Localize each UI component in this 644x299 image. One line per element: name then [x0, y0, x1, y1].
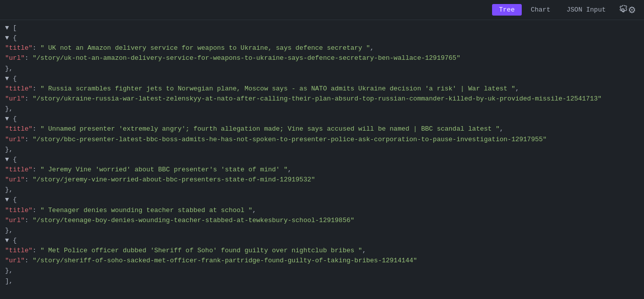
- entry-3-url: "url": "/story/jeremy-vine-worried-about…: [0, 175, 644, 185]
- root-array-toggle[interactable]: ▼ [: [0, 23, 644, 33]
- entry-5-title: "title": " Met Police officer dubbed 'Sh…: [0, 246, 644, 256]
- entry-2-url: "url": "/story/bbc-presenter-latest-bbc-…: [0, 135, 644, 145]
- entry-0-title: "title": " UK not an Amazon delivery ser…: [0, 43, 644, 53]
- entry-3-toggle[interactable]: ▼ {: [0, 155, 644, 165]
- entry-0-close: },: [0, 64, 644, 74]
- entry-5-toggle[interactable]: ▼ {: [0, 236, 644, 246]
- entry-1-url: "url": "/story/ukraine-russia-war-latest…: [0, 94, 644, 104]
- json-tree-content: ▼ [ ▼ { "title": " UK not an Amazon deli…: [0, 20, 644, 299]
- json-input-tab-button[interactable]: JSON Input: [559, 4, 613, 16]
- entry-2-close: },: [0, 145, 644, 155]
- settings-button[interactable]: ⚙: [615, 4, 639, 17]
- chart-tab-button[interactable]: Chart: [524, 4, 557, 16]
- tree-tab-button[interactable]: Tree: [492, 4, 522, 16]
- entry-0-url: "url": "/story/uk-not-an-amazon-delivery…: [0, 53, 644, 63]
- entry-2-toggle[interactable]: ▼ {: [0, 114, 644, 124]
- entry-4-toggle[interactable]: ▼ {: [0, 195, 644, 205]
- entry-1-toggle[interactable]: ▼ {: [0, 74, 644, 84]
- entry-3-title: "title": " Jeremy Vine 'worried' about B…: [0, 165, 644, 175]
- entry-4-title: "title": " Teenager denies wounding teac…: [0, 206, 644, 216]
- entry-5-close: },: [0, 266, 644, 276]
- toolbar: Tree Chart JSON Input ⚙: [0, 0, 644, 20]
- entry-3-close: },: [0, 185, 644, 195]
- entry-1-close: },: [0, 104, 644, 114]
- entry-5-url: "url": "/story/sheriff-of-soho-sacked-me…: [0, 256, 644, 266]
- entry-4-close: },: [0, 226, 644, 236]
- entry-0-toggle[interactable]: ▼ {: [0, 33, 644, 43]
- entry-2-title: "title": " Unnamed presenter 'extremely …: [0, 124, 644, 134]
- root-array-close: ],: [0, 276, 644, 286]
- entry-1-title: "title": " Russia scrambles fighter jets…: [0, 84, 644, 94]
- gear-icon: [618, 5, 628, 15]
- entry-4-url: "url": "/story/teenage-boy-denies-woundi…: [0, 216, 644, 226]
